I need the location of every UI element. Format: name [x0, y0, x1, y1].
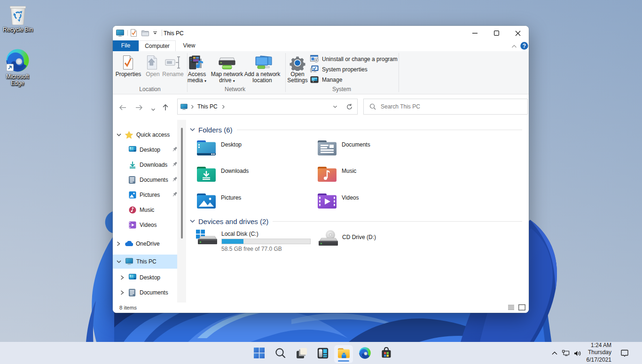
svg-text:?: ?: [523, 43, 526, 49]
